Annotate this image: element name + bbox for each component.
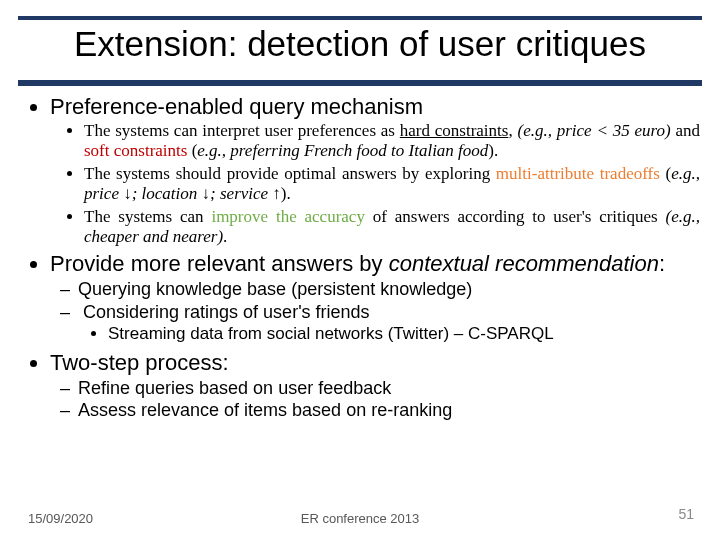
slide-body: Preference-enabled query mechanism The s…	[26, 94, 700, 427]
sub-streaming: Streaming data from social networks (Twi…	[108, 324, 700, 344]
top-rule	[18, 16, 702, 20]
hard-constraints: hard constraints	[400, 121, 509, 140]
multi-attr: multi-attribute tradeoffs	[496, 164, 660, 183]
subbullet-tradeoffs: The systems should provide optimal answe…	[84, 164, 700, 205]
subbullet-improve: The systems can improve the accuracy of …	[84, 207, 700, 248]
subbullet-hard-soft: The systems can interpret user preferenc…	[84, 121, 700, 162]
footer-center: ER conference 2013	[0, 511, 720, 526]
title-rule	[18, 80, 702, 86]
bullet-pref-mechanism: Preference-enabled query mechanism The s…	[50, 94, 700, 247]
slide-title: Extension: detection of user critiques	[18, 24, 702, 64]
text: Preference-enabled query mechanism	[50, 94, 423, 119]
page-number: 51	[678, 506, 694, 522]
bullet-contextual: Provide more relevant answers by context…	[50, 251, 700, 345]
dash-ratings: Considering ratings of user's friends St…	[78, 302, 700, 345]
slide: Extension: detection of user critiques P…	[0, 0, 720, 540]
dash-rerank: Assess relevance of items based on re-ra…	[78, 400, 700, 422]
dash-refine: Refine queries based on user feedback	[78, 378, 700, 400]
bullet-two-step: Two-step process: Refine queries based o…	[50, 350, 700, 422]
improve-accuracy: improve the accuracy	[211, 207, 365, 226]
soft-constraints: soft constraints	[84, 141, 187, 160]
footer: 15/09/2020 ER conference 2013 51	[0, 504, 720, 526]
dash-kb: Querying knowledge base (persistent know…	[78, 279, 700, 301]
